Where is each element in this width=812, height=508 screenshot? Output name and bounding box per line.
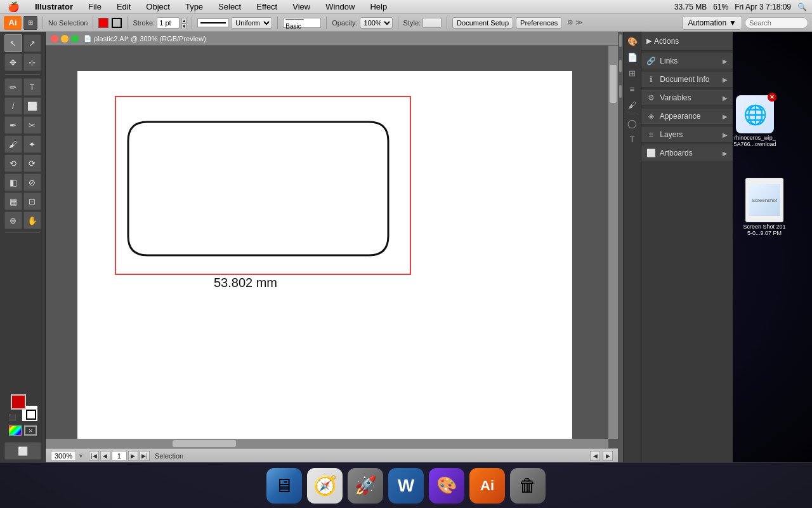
search-icon[interactable]: 🔍 [797, 3, 807, 11]
tool-graph[interactable]: ▦ [4, 192, 22, 210]
style-selector[interactable] [422, 18, 442, 28]
tool-direct-select[interactable]: ↗ [23, 34, 41, 52]
page-input[interactable] [112, 451, 127, 461]
last-page-button[interactable]: ▶| [140, 451, 150, 461]
gradient-icon[interactable] [9, 425, 22, 436]
tool-scissors[interactable]: ✂ [23, 116, 41, 134]
zoom-down[interactable]: ▼ [78, 453, 84, 459]
automation-button[interactable]: Automation ▼ [682, 16, 742, 30]
dock-trash[interactable]: 🗑 [510, 468, 546, 504]
panel-variables-header[interactable]: ⚙ Variables ▶ [641, 90, 733, 106]
tool-line[interactable]: / [4, 97, 22, 115]
workspace-toggle[interactable]: ⊞ [23, 16, 37, 30]
close-button[interactable] [51, 35, 58, 43]
opacity-label: Opacity: [332, 19, 357, 27]
menu-file[interactable]: File [86, 2, 104, 11]
stroke-color-indicator[interactable] [26, 410, 36, 420]
panel-icon-circle[interactable]: ◯ [625, 116, 639, 130]
opacity-select[interactable]: 100% [360, 17, 393, 29]
expand-icon[interactable]: ≫ [575, 18, 583, 27]
panel-icon-brush[interactable]: 🖌 [625, 98, 639, 112]
panel-icon-document[interactable]: 📄 [625, 50, 639, 64]
canvas-scroll[interactable]: 53.802 mm 32.11 mm [46, 46, 618, 448]
desktop-item-screenshot[interactable]: Screenshot Screen Shot 2015-0...9.07 PM [739, 178, 790, 236]
tool-paintbrush[interactable]: 🖌 [4, 135, 22, 153]
horizontal-scroll-thumb[interactable] [173, 440, 236, 447]
dock-word[interactable]: W [388, 468, 424, 504]
panel-icon-layers[interactable]: ≡ [625, 82, 639, 96]
status-right-arrow[interactable]: ▶ [603, 451, 613, 461]
panel-links-header[interactable]: 🔗 Links ▶ [641, 53, 733, 69]
dock-rocket[interactable]: 🚀 [348, 468, 383, 504]
dock-illustrator[interactable]: Ai [469, 468, 505, 504]
fill-color-indicator[interactable] [11, 394, 26, 410]
drag-handle-1[interactable] [619, 34, 622, 47]
doc-setup-button[interactable]: Document Setup [452, 17, 513, 29]
preferences-button[interactable]: Preferences [516, 17, 562, 29]
tool-bezier[interactable]: ✒ [4, 116, 22, 134]
maximize-button[interactable] [71, 35, 79, 43]
tool-pen[interactable]: ✏ [4, 78, 22, 96]
extras-icon[interactable]: ⚙ [567, 18, 573, 27]
panel-icon-grid[interactable]: ⊞ [625, 66, 639, 80]
minimize-button[interactable] [61, 35, 69, 43]
menu-select[interactable]: Select [216, 2, 244, 11]
desktop-item-rhino[interactable]: 🌐 ✕ rhinoceros_wip_5A766...ownload [730, 95, 780, 147]
apple-menu[interactable]: 🍎 [5, 1, 22, 13]
zoom-input[interactable] [51, 451, 76, 461]
menu-view[interactable]: View [290, 2, 313, 11]
stroke-profile-select[interactable]: Uniform [231, 17, 272, 29]
tool-warp[interactable]: ◧ [4, 173, 22, 191]
panel-docinfo-header[interactable]: ℹ Document Info ▶ [641, 72, 733, 88]
menu-effect[interactable]: Effect [254, 2, 280, 11]
tool-rect[interactable]: ⬜ [23, 97, 41, 115]
status-left-arrow[interactable]: ◀ [590, 451, 600, 461]
tool-slice[interactable]: ⊡ [23, 192, 41, 210]
tool-text[interactable]: T [23, 78, 41, 96]
drag-handle-3[interactable] [619, 85, 622, 98]
dock-finder[interactable]: 🖥 [266, 468, 302, 504]
tool-free-transform[interactable]: ⊘ [23, 173, 41, 191]
vertical-scroll-thumb[interactable] [610, 65, 617, 103]
panel-icon-text[interactable]: T [625, 132, 639, 146]
panel-layers-header[interactable]: ≡ Layers ▶ [641, 127, 733, 143]
screen-mode-button[interactable]: ⬜ [4, 442, 41, 460]
first-page-button[interactable]: |◀ [89, 451, 99, 461]
tool-magic-wand[interactable]: ✥ [4, 53, 22, 71]
app-menu-illustrator[interactable]: Illustrator [32, 2, 75, 11]
menu-type[interactable]: Type [183, 2, 206, 11]
stroke-weight-input[interactable] [157, 17, 180, 29]
default-colors-icon[interactable]: ⬛ [8, 414, 16, 421]
brush-definition[interactable]: ──── Basic [283, 18, 321, 28]
stroke-preview[interactable] [197, 18, 229, 27]
dock-colorsync[interactable]: 🎨 [429, 468, 464, 504]
vertical-scrollbar[interactable] [608, 46, 618, 439]
search-input[interactable] [745, 17, 808, 29]
panel-actions-header[interactable]: ▶ Actions [641, 32, 733, 51]
panel-appearance-header[interactable]: ◈ Appearance ▶ [641, 109, 733, 124]
tool-rotate[interactable]: ⟲ [4, 154, 22, 172]
color-selector[interactable]: ⬛ [8, 392, 37, 421]
tool-selection[interactable]: ↖ [4, 34, 22, 52]
stroke-color-box[interactable] [112, 18, 122, 28]
fill-color-box[interactable] [98, 18, 108, 28]
tool-blob[interactable]: ✦ [23, 135, 41, 153]
stroke-weight-stepper[interactable]: ▲ ▼ [181, 18, 187, 28]
tool-hand[interactable]: ✋ [23, 211, 41, 229]
tool-scale[interactable]: ⟳ [23, 154, 41, 172]
prev-page-button[interactable]: ◀ [100, 451, 110, 461]
next-page-button[interactable]: ▶ [128, 451, 138, 461]
dock-safari[interactable]: 🧭 [307, 468, 343, 504]
horizontal-scrollbar[interactable] [46, 439, 608, 448]
menu-object[interactable]: Object [143, 2, 173, 11]
drag-handle-2[interactable] [619, 60, 622, 72]
menu-edit[interactable]: Edit [114, 2, 133, 11]
document-tab[interactable]: 📄 plastic2.AI* @ 300% (RGB/Preview) [46, 32, 618, 46]
menu-window[interactable]: Window [323, 2, 357, 11]
tool-lasso[interactable]: ⊹ [23, 53, 41, 71]
panel-icon-palette[interactable]: 🎨 [625, 34, 639, 48]
panel-artboards-header[interactable]: ⬜ Artboards ▶ [641, 145, 733, 161]
menu-help[interactable]: Help [367, 2, 390, 11]
none-icon[interactable]: ✕ [24, 425, 37, 436]
tool-zoom[interactable]: ⊕ [4, 211, 22, 229]
